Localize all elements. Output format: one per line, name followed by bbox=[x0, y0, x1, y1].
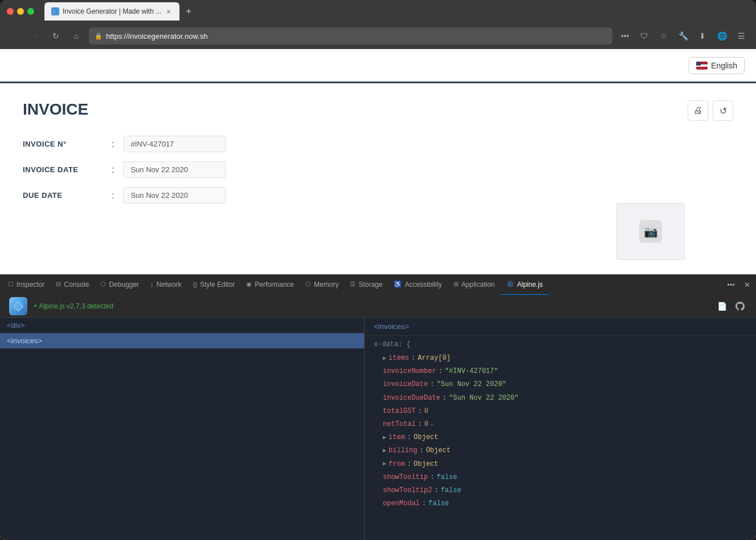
data-row-invoice-number: invoiceNumber : "#INV-427017" bbox=[374, 365, 747, 378]
camera-icon: 📷 bbox=[639, 220, 662, 243]
tab-style-editor[interactable]: {} Style Editor bbox=[187, 275, 241, 295]
more-button[interactable]: ••• bbox=[617, 28, 633, 44]
traffic-lights bbox=[7, 8, 34, 15]
maximize-button[interactable] bbox=[27, 8, 34, 15]
tab-accessibility[interactable]: ♿ Accessibility bbox=[388, 275, 447, 295]
data-key-net-total: netTotal bbox=[383, 419, 416, 430]
data-row-invoice-date: invoiceDate : "Sun Nov 22 2020" bbox=[374, 378, 747, 391]
alpine-detected-text: Alpine.js v2.7.3 detected bbox=[34, 302, 113, 310]
data-value-items: Array[0] bbox=[418, 353, 451, 364]
bookmark-icon[interactable]: ☆ bbox=[656, 28, 672, 44]
tab-memory-label: Memory bbox=[314, 281, 338, 289]
data-value-invoice-number: "#INV-427017" bbox=[445, 366, 498, 377]
tab-favicon: i bbox=[51, 7, 59, 15]
nav-actions: ••• 🛡 ☆ 🔧 ⬇ 🌐 ☰ bbox=[617, 28, 749, 44]
profile-icon[interactable]: 🌐 bbox=[714, 28, 730, 44]
title-bar: i Invoice Generator | Made with ... ✕ + bbox=[0, 0, 756, 23]
devtools: ☐ Inspector ⊟ Console ⬡ Debugger ↕ Netwo… bbox=[0, 274, 756, 540]
data-value-invoice-due-date: "Sun Nov 22 2020" bbox=[449, 393, 518, 404]
invoice-title: INVOICE bbox=[23, 100, 226, 119]
tab-inspector-label: Inspector bbox=[17, 281, 44, 289]
tab-inspector[interactable]: ☐ Inspector bbox=[2, 275, 50, 295]
data-key-invoice-date: invoiceDate bbox=[383, 379, 428, 390]
data-row-billing[interactable]: ▶ billing : Object bbox=[374, 444, 747, 457]
data-row-item[interactable]: ▶ item : Object bbox=[374, 431, 747, 444]
download-icon[interactable]: ⬇ bbox=[694, 28, 710, 44]
tab-debugger[interactable]: ⬡ Debugger bbox=[95, 275, 145, 295]
url-bar[interactable]: 🔒 https://invoicegenerator.now.sh bbox=[89, 27, 612, 44]
menu-icon[interactable]: ☰ bbox=[733, 28, 749, 44]
minimize-button[interactable] bbox=[17, 8, 24, 15]
security-icon: 🔒 bbox=[95, 33, 103, 40]
data-row-show-tooltip2: showTooltip2 : false bbox=[374, 484, 747, 497]
devtools-close-button[interactable]: ✕ bbox=[740, 278, 754, 292]
tab-title: Invoice Generator | Made with ... bbox=[63, 7, 161, 15]
data-value-invoice-date: "Sun Nov 22 2020" bbox=[436, 379, 506, 390]
tab-memory[interactable]: ⬡ Memory bbox=[300, 275, 344, 295]
data-key-from: from bbox=[389, 459, 405, 470]
expand-arrow-from: ▶ bbox=[383, 460, 386, 469]
invoice-number-value[interactable]: #INV-427017 bbox=[123, 136, 226, 152]
tab-performance[interactable]: ◉ Performance bbox=[240, 275, 300, 295]
data-value-show-tooltip: false bbox=[436, 472, 457, 483]
data-value-item: Object bbox=[414, 432, 438, 443]
tab-alpinejs[interactable]: A Alpine.js bbox=[501, 275, 549, 295]
browser-window: i Invoice Generator | Made with ... ✕ + … bbox=[0, 0, 756, 540]
data-key-billing: billing bbox=[389, 445, 417, 456]
tab-accessibility-label: Accessibility bbox=[404, 281, 442, 289]
data-row-open-modal: openModal : false bbox=[374, 497, 747, 510]
print-button[interactable]: 🖨 bbox=[688, 100, 708, 121]
refresh-button[interactable]: ↺ bbox=[713, 100, 733, 121]
tools-icon[interactable]: 🔧 bbox=[675, 28, 691, 44]
data-label: x-data: { bbox=[374, 340, 747, 348]
close-button[interactable] bbox=[7, 8, 14, 15]
data-row-from[interactable]: ▶ from : Object bbox=[374, 458, 747, 471]
tab-application[interactable]: ⊞ Application bbox=[448, 275, 501, 295]
edit-icon-net-total[interactable]: ✏ bbox=[431, 420, 434, 429]
data-key-show-tooltip: showTooltip bbox=[383, 472, 428, 483]
logo-placeholder[interactable]: 📷 bbox=[616, 203, 685, 260]
url-text: https://invoicegenerator.now.sh bbox=[106, 32, 208, 40]
data-row-items[interactable]: ▶ items : Array[0] bbox=[374, 352, 747, 365]
performance-icon: ◉ bbox=[246, 281, 252, 288]
data-key-items: items bbox=[389, 353, 409, 364]
tab-close-button[interactable]: ✕ bbox=[165, 7, 173, 15]
tab-storage-label: Storage bbox=[358, 281, 382, 289]
github-icon[interactable] bbox=[733, 299, 747, 313]
reload-button[interactable]: ↻ bbox=[48, 28, 64, 44]
devtools-more-button[interactable]: ••• bbox=[724, 278, 738, 292]
invoice-number-label: INVOICE N° bbox=[23, 140, 103, 148]
tab-console[interactable]: ⊟ Console bbox=[50, 275, 95, 295]
back-button[interactable]: ← bbox=[7, 28, 23, 44]
devtools-actions: ••• ✕ bbox=[724, 278, 754, 292]
active-tab[interactable]: i Invoice Generator | Made with ... ✕ bbox=[44, 2, 179, 21]
inspector-icon: ☐ bbox=[8, 281, 14, 288]
tab-storage[interactable]: ☰ Storage bbox=[344, 275, 388, 295]
forward-button[interactable]: → bbox=[27, 28, 43, 44]
language-button[interactable]: English bbox=[689, 57, 745, 74]
data-key-total-gst: totalGST bbox=[383, 406, 416, 417]
data-key-item: item bbox=[389, 432, 405, 443]
tab-alpinejs-label: Alpine.js bbox=[517, 281, 543, 289]
data-value-billing: Object bbox=[426, 445, 451, 456]
banner-actions: 📄 bbox=[715, 299, 747, 313]
home-button[interactable]: ⌂ bbox=[68, 28, 84, 44]
docs-icon[interactable]: 📄 bbox=[715, 299, 729, 313]
tab-debugger-label: Debugger bbox=[109, 281, 139, 289]
devtools-body: <div> <invoices> <invoices> x-data: { ▶ … bbox=[0, 318, 756, 540]
left-panel: <div> <invoices> bbox=[0, 318, 365, 540]
lang-label: English bbox=[711, 61, 737, 70]
tab-application-label: Application bbox=[461, 281, 495, 289]
expand-arrow-items: ▶ bbox=[383, 354, 386, 363]
data-value-from: Object bbox=[414, 459, 438, 470]
selected-tag[interactable]: <invoices> bbox=[0, 333, 364, 348]
application-icon: ⊞ bbox=[453, 281, 459, 288]
invoice-date-value[interactable]: Sun Nov 22 2020 bbox=[123, 161, 226, 178]
storage-icon: ☰ bbox=[350, 281, 355, 288]
due-date-value[interactable]: Sun Nov 22 2020 bbox=[123, 187, 226, 204]
new-tab-button[interactable]: + bbox=[182, 5, 195, 18]
flag-icon bbox=[696, 62, 708, 70]
tab-network[interactable]: ↕ Network bbox=[145, 275, 187, 295]
shield-icon[interactable]: 🛡 bbox=[636, 28, 652, 44]
data-value-open-modal: false bbox=[428, 498, 449, 509]
